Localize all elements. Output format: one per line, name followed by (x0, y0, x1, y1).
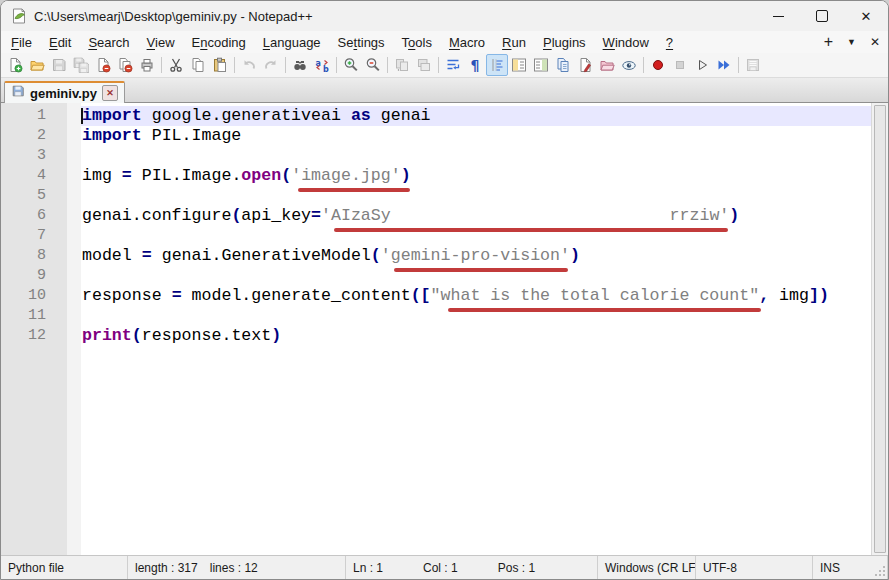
eol-format: Windows (CR LF) (598, 556, 696, 579)
close-all-icon[interactable] (114, 54, 136, 76)
tab-close-icon[interactable]: ✕ (102, 85, 118, 101)
tab-bar: geminiv.py✕ (1, 77, 888, 103)
toolbar-separator (387, 57, 388, 73)
text-caret (81, 108, 83, 124)
new-file-icon[interactable] (4, 54, 26, 76)
scrollbar-thumb[interactable] (874, 105, 886, 553)
word-wrap-icon[interactable] (442, 54, 464, 76)
menu-plugins[interactable]: Plugins (535, 33, 594, 52)
menu-run[interactable]: Run (494, 33, 534, 52)
edit-document-icon[interactable] (574, 54, 596, 76)
encoding-value: UTF-8 (703, 561, 737, 575)
code-line[interactable]: 5 (1, 186, 888, 206)
show-indent-guide-icon[interactable] (486, 54, 508, 76)
cut-icon[interactable] (165, 54, 187, 76)
tab-list-button[interactable]: ▼ (847, 38, 856, 47)
resize-grip[interactable] (874, 565, 886, 577)
paste-icon[interactable] (209, 54, 231, 76)
code-text: response = model.generate_content(["what… (82, 286, 829, 306)
vertical-scrollbar[interactable] (871, 103, 888, 555)
cursor-position-value: Ln : 1 (353, 561, 383, 575)
close-button[interactable]: ✕ (844, 1, 888, 31)
save-all-icon (70, 54, 92, 76)
menu-file[interactable]: File (3, 33, 40, 52)
notepad-plus-plus-window: C:\Users\mearj\Desktop\geminiv.py - Note… (0, 0, 889, 580)
menu-edit[interactable]: Edit (41, 33, 79, 52)
code-text: print(response.text) (82, 326, 281, 346)
code-text: import google.generativeai as genai (82, 106, 431, 126)
toolbar-separator (643, 57, 644, 73)
sync-vertical-scrolling-icon (391, 54, 413, 76)
line-number: 11 (1, 306, 67, 326)
code-line[interactable]: 10response = model.generate_content(["wh… (1, 286, 888, 306)
menu-language[interactable]: Language (255, 33, 329, 52)
folder-as-workspace-icon[interactable] (596, 54, 618, 76)
code-text: import PIL.Image (82, 126, 241, 146)
notepad-plus-plus-icon (10, 7, 28, 25)
red-underline-annotation (298, 188, 410, 192)
minimize-icon (773, 16, 784, 17)
menu-bar: FileEditSearchViewEncodingLanguageSettin… (1, 31, 888, 53)
code-text: model = genai.GenerativeModel('gemini-pr… (82, 246, 580, 266)
red-underline-annotation (448, 308, 761, 312)
menu-macro[interactable]: Macro (441, 33, 493, 52)
zoom-out-icon[interactable] (362, 54, 384, 76)
line-number: 10 (1, 286, 67, 306)
code-text: img = PIL.Image.open('image.jpg') (82, 166, 411, 186)
editor[interactable]: 1import google.generativeai as genai2imp… (1, 103, 888, 555)
cursor-position: Ln : 1Col : 1Pos : 1 (346, 556, 598, 579)
minimize-button[interactable] (756, 1, 800, 31)
eol-format-value: Windows (CR LF) (605, 561, 696, 575)
code-line[interactable]: 3 (1, 146, 888, 166)
replace-icon[interactable]: ab (311, 54, 333, 76)
insert-mode-value: INS (820, 561, 840, 575)
maximize-icon (816, 10, 828, 22)
menu-search[interactable]: Search (80, 33, 137, 52)
new-tab-button[interactable]: + (824, 34, 833, 50)
doc-type: Python file (1, 556, 128, 579)
line-number: 12 (1, 326, 67, 346)
redo-icon (260, 54, 282, 76)
print-icon[interactable] (136, 54, 158, 76)
document-map-icon[interactable] (530, 54, 552, 76)
red-underline-annotation (394, 268, 568, 272)
monitoring-icon[interactable] (618, 54, 640, 76)
playback-macro-icon[interactable] (691, 54, 713, 76)
code-line[interactable]: 1import google.generativeai as genai (1, 106, 888, 126)
code-line[interactable]: 2import PIL.Image (1, 126, 888, 146)
code-line[interactable]: 6genai.configure(api_key='AIzaSy rrziw') (1, 206, 888, 226)
start-recording-icon[interactable] (647, 54, 669, 76)
line-number: 7 (1, 226, 67, 246)
show-all-characters-icon[interactable]: ¶ (464, 54, 486, 76)
document-list-icon[interactable] (552, 54, 574, 76)
function-list-icon[interactable] (508, 54, 530, 76)
doc-type-value: Python file (8, 561, 64, 575)
red-underline-annotation (334, 228, 728, 232)
menu-view[interactable]: View (139, 33, 183, 52)
menu-settings[interactable]: Settings (330, 33, 393, 52)
title-bar: C:\Users\mearj\Desktop\geminiv.py - Note… (1, 1, 888, 31)
menu-encoding[interactable]: Encoding (184, 33, 254, 52)
document-stats-value: lines : 12 (210, 561, 258, 575)
tab-geminiv.py[interactable]: geminiv.py✕ (4, 81, 125, 103)
saved-file-icon (11, 84, 25, 102)
run-macro-multiple-times-icon[interactable] (713, 54, 735, 76)
code-line[interactable]: 4img = PIL.Image.open('image.jpg') (1, 166, 888, 186)
code-line[interactable]: 8model = genai.GenerativeModel('gemini-p… (1, 246, 888, 266)
line-number: 8 (1, 246, 67, 266)
zoom-in-icon[interactable] (340, 54, 362, 76)
toolbar-separator (161, 57, 162, 73)
menu-help[interactable]: ? (658, 33, 681, 52)
open-file-icon[interactable] (26, 54, 48, 76)
copy-icon[interactable] (187, 54, 209, 76)
maximize-button[interactable] (800, 1, 844, 31)
encoding: UTF-8 (696, 556, 813, 579)
save-recorded-macro-icon (742, 54, 764, 76)
menu-tools[interactable]: Tools (394, 33, 440, 52)
cursor-position-value: Pos : 1 (498, 561, 535, 575)
find-icon[interactable] (289, 54, 311, 76)
code-line[interactable]: 12print(response.text) (1, 326, 888, 346)
menu-window[interactable]: Window (595, 33, 657, 52)
close-file-icon[interactable] (92, 54, 114, 76)
close-document-button[interactable]: ✕ (870, 36, 880, 48)
